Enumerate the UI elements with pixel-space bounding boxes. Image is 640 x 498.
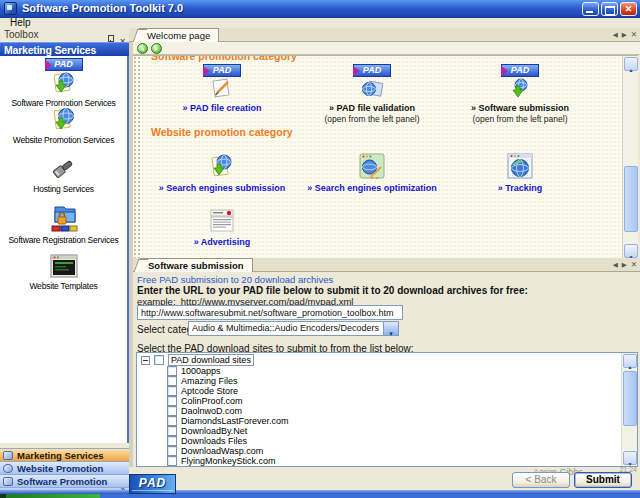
start-button-sliver[interactable] — [6, 494, 100, 498]
sidebar-item-label: Software Registration Services — [8, 235, 118, 245]
flashlight-icon — [51, 155, 77, 181]
site-label[interactable]: Downloads Files — [181, 436, 247, 446]
software-submission-link[interactable]: » Software submission — [471, 103, 569, 113]
scroll-thumb[interactable] — [623, 371, 637, 426]
tab-software-submission[interactable]: Software submission — [140, 258, 253, 272]
sidebar-section-header: Marketing Services — [0, 42, 129, 56]
scroll-down-icon[interactable] — [623, 451, 637, 465]
site-checkbox[interactable] — [167, 406, 177, 416]
minimize-button[interactable] — [582, 2, 599, 16]
nav-button-website-promotion[interactable]: Website Promotion — [0, 461, 129, 474]
submit-button[interactable]: Submit — [574, 472, 632, 488]
advertising-link[interactable]: » Advertising — [194, 237, 251, 247]
search-engines-submission-link[interactable]: » Search engines submission — [159, 183, 286, 193]
tab-close-icon[interactable] — [631, 30, 637, 40]
toolbox-titlebar: Toolbox — [0, 28, 129, 42]
site-label[interactable]: Aptcode Store — [181, 386, 238, 396]
sidebar-section-title: Marketing Services — [4, 44, 96, 56]
site-label[interactable]: Amazing Files — [181, 376, 238, 386]
welcome-item-pad-file-validation: PAD » PAD file validation (open from the… — [297, 64, 447, 124]
toolbox-title: Toolbox — [4, 29, 38, 40]
main-toolbar — [133, 42, 640, 55]
sidebar-item-software-registration-services[interactable]: Software Registration Services — [0, 204, 127, 245]
sidebar-item-label: Hosting Services — [33, 184, 94, 194]
menu-item-help[interactable]: Help — [7, 17, 34, 28]
site-label[interactable]: DownloadBy.Net — [181, 426, 247, 436]
site-checkbox[interactable] — [167, 426, 177, 436]
taskbar-notch — [0, 494, 6, 498]
welcome-item-pad-file-creation: PAD » PAD file creation — [147, 64, 297, 113]
pad-file-validation-link[interactable]: » PAD file validation — [329, 103, 415, 113]
tab-welcome-page[interactable]: Welcome page — [139, 28, 219, 42]
sidebar-item-software-promotion-services[interactable]: PAD Software Promotion Services — [0, 58, 127, 108]
pad-logo: PAD — [129, 474, 176, 494]
site-checkbox[interactable] — [167, 376, 177, 386]
title-bar: Software Promotion Toolkit 7.0 — [0, 0, 640, 18]
nav-button-software-promotion[interactable]: Software Promotion — [0, 474, 129, 487]
sidebar-item-website-promotion-services[interactable]: Website Promotion Services — [0, 106, 127, 145]
nav-button-marketing-services[interactable]: Marketing Services — [0, 448, 129, 461]
free-pad-submission-link[interactable]: Free PAD submission to 20 download archi… — [137, 274, 333, 285]
dark-template-icon — [50, 254, 78, 278]
tab-scroll-left-icon[interactable] — [613, 260, 618, 270]
tracking-icon — [507, 153, 533, 179]
software-submission-panel: Free PAD submission to 20 download archi… — [133, 272, 640, 467]
site-row: DownloadWasp.com — [167, 446, 263, 456]
site-label[interactable]: DaolnwoD.com — [181, 406, 242, 416]
site-checkbox[interactable] — [167, 436, 177, 446]
back-nav-icon[interactable] — [137, 43, 148, 54]
site-row: DownloadBy.Net — [167, 426, 247, 436]
app-window: Software Promotion Toolkit 7.0 Help Tool… — [0, 0, 640, 498]
site-label[interactable]: 1000apps — [181, 366, 221, 376]
globe-download-icon — [51, 106, 77, 132]
site-checkbox[interactable] — [167, 416, 177, 426]
tree-root-label[interactable]: PAD download sites — [168, 354, 254, 366]
site-checkbox[interactable] — [167, 446, 177, 456]
scroll-thumb[interactable] — [624, 166, 638, 232]
site-label[interactable]: ColinProof.com — [181, 396, 243, 406]
forward-nav-icon[interactable] — [151, 43, 162, 54]
scroll-up-icon[interactable] — [624, 57, 638, 71]
tab-scroll-right-icon[interactable] — [622, 260, 627, 270]
dropdown-arrow-icon[interactable] — [383, 322, 398, 335]
pad-banner-icon: PAD — [45, 58, 83, 71]
tab-scroll-left-icon[interactable] — [613, 30, 618, 40]
sidebar-item-label: Website Promotion Services — [13, 135, 114, 145]
site-checkbox[interactable] — [167, 396, 177, 406]
site-label[interactable]: DownloadWasp.com — [181, 446, 263, 456]
site-row: Downloads Files — [167, 436, 247, 446]
site-row: 1000apps — [167, 366, 221, 376]
heading-software-promotion-category: Software promotion category — [151, 55, 297, 62]
tracking-link[interactable]: » Tracking — [498, 183, 543, 193]
pad-url-input[interactable] — [137, 305, 403, 320]
computer-icon — [3, 477, 13, 486]
pad-sites-listbox: PAD download sites 1000apps Amazing File… — [136, 352, 638, 467]
back-button[interactable]: < Back — [512, 472, 570, 488]
sidebar-item-hosting-services[interactable]: Hosting Services — [0, 155, 127, 194]
tab-close-icon[interactable] — [631, 260, 637, 270]
root-checkbox[interactable] — [154, 355, 164, 365]
nav-button-label: Software Promotion — [17, 476, 107, 487]
tab-scroll-right-icon[interactable] — [622, 30, 627, 40]
search-engines-optimization-link[interactable]: » Search engines optimization — [307, 183, 437, 193]
site-label[interactable]: DiamondsLastForever.com — [181, 416, 289, 426]
welcome-item-search-engines-optimization: » Search engines optimization — [297, 152, 447, 193]
welcome-item-tracking: » Tracking — [445, 152, 595, 193]
welcome-item-advertising: » Advertising — [147, 208, 297, 247]
maximize-button[interactable] — [601, 2, 618, 16]
category-selected-value: Audio & Multimedia::Audio Encoders/Decod… — [192, 323, 382, 333]
category-select[interactable]: Audio & Multimedia::Audio Encoders/Decod… — [188, 321, 399, 336]
sidebar-item-website-templates[interactable]: Website Templates — [0, 254, 127, 291]
pad-banner-icon: PAD — [501, 64, 539, 77]
site-checkbox[interactable] — [167, 386, 177, 396]
scroll-up-icon[interactable] — [623, 354, 637, 368]
site-row: Amazing Files — [167, 376, 238, 386]
site-checkbox[interactable] — [167, 366, 177, 376]
scroll-down-icon[interactable] — [624, 244, 638, 258]
collapse-icon[interactable] — [141, 356, 150, 365]
close-button[interactable] — [620, 2, 637, 16]
pad-file-creation-link[interactable]: » PAD file creation — [183, 103, 262, 113]
globe-download-icon — [51, 71, 77, 95]
app-icon — [4, 2, 17, 15]
software-submission-icon — [508, 78, 532, 99]
